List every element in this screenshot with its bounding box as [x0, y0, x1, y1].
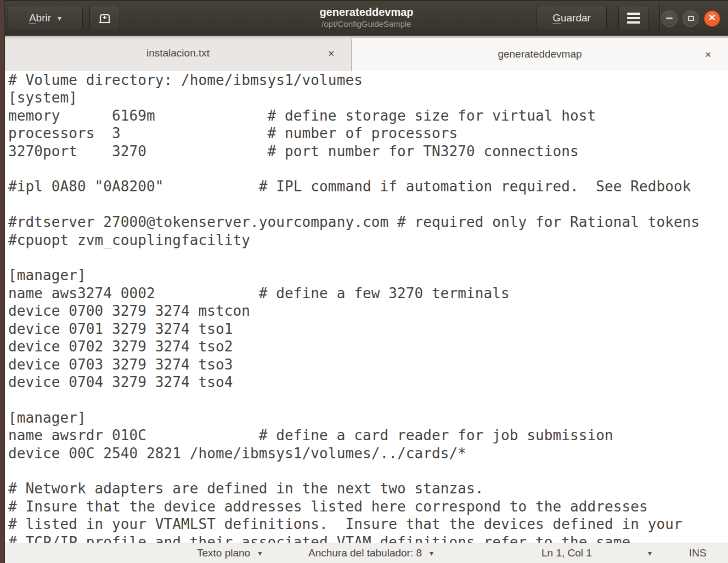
tab-width-label: Anchura del tabulador: 8	[308, 547, 422, 559]
chevron-down-icon: ▾	[648, 549, 652, 557]
minimize-icon	[666, 18, 673, 19]
titlebar-separator	[659, 3, 660, 33]
tab-label: generateddevmap	[498, 48, 582, 60]
cursor-position-label: Ln 1, Col 1	[541, 547, 592, 559]
titlebar: Abrir ▾ generateddevmap /opt/ConfigGuide…	[5, 0, 728, 36]
goto-dropdown[interactable]: ▾	[648, 543, 652, 563]
maximize-icon	[688, 16, 694, 21]
save-button-label: Guardar	[552, 12, 591, 24]
tab-label: instalacion.txt	[146, 47, 210, 59]
document-content[interactable]: # Volume directory: /home/ibmsys1/volume…	[5, 71, 728, 543]
new-document-button[interactable]	[89, 5, 120, 31]
maximize-button[interactable]	[682, 10, 699, 27]
insert-mode-label: INS	[689, 547, 707, 559]
gedit-window: Abrir ▾ generateddevmap /opt/ConfigGuide…	[4, 0, 728, 563]
status-bar: Texto plano ▾ Anchura del tabulador: 8 ▾…	[5, 543, 728, 563]
chevron-down-icon: ▾	[430, 549, 433, 557]
cursor-position: Ln 1, Col 1	[541, 543, 592, 563]
tab-bar: instalacion.txt ✕ generateddevmap ✕	[5, 36, 728, 71]
chevron-down-icon: ▾	[258, 549, 262, 557]
hamburger-icon	[627, 13, 640, 24]
tab-close-icon[interactable]: ✕	[704, 50, 712, 59]
language-mode-dropdown[interactable]: Texto plano ▾	[197, 543, 262, 563]
close-button[interactable]: ✕	[704, 10, 720, 27]
text-editor-area[interactable]: # Volume directory: /home/ibmsys1/volume…	[5, 71, 728, 543]
open-button[interactable]: Abrir ▾	[8, 5, 83, 31]
tab-instalacion[interactable]: instalacion.txt ✕	[5, 36, 351, 71]
tab-close-icon[interactable]: ✕	[328, 49, 335, 58]
tab-generateddevmap[interactable]: generateddevmap ✕	[351, 37, 728, 71]
close-icon: ✕	[708, 14, 715, 22]
insert-mode-indicator: INS	[689, 543, 707, 563]
chevron-down-icon: ▾	[58, 14, 61, 22]
window-controls: ✕	[661, 1, 720, 36]
new-document-icon	[98, 11, 112, 25]
tab-width-dropdown[interactable]: Anchura del tabulador: 8 ▾	[308, 543, 433, 563]
hamburger-menu-button[interactable]	[618, 5, 649, 31]
language-mode-label: Texto plano	[197, 547, 250, 559]
minimize-button[interactable]	[661, 10, 678, 27]
open-button-label: Abrir	[29, 12, 51, 24]
save-button[interactable]: Guardar	[537, 5, 607, 31]
